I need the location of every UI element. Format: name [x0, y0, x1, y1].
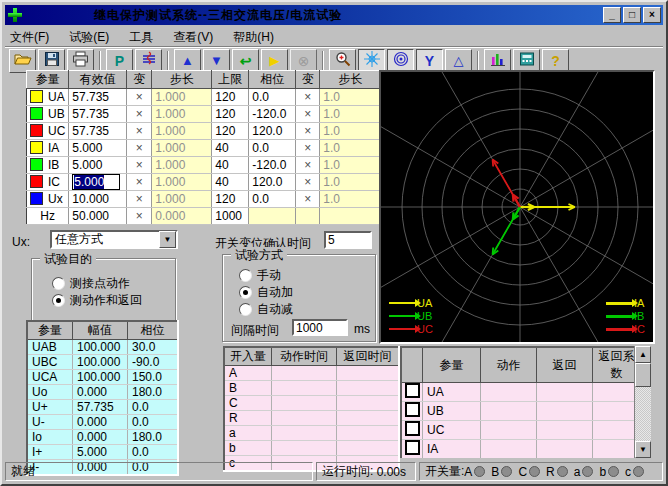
- limit-cell[interactable]: 40: [212, 140, 249, 157]
- radio-icon[interactable]: [239, 286, 252, 299]
- phase-vary-toggle-cell[interactable]: ×: [296, 174, 320, 191]
- radio-icon[interactable]: [239, 269, 252, 282]
- value-cell[interactable]: 5.000: [69, 157, 127, 174]
- vary-toggle-cell[interactable]: ×: [127, 191, 152, 208]
- checkbox-icon[interactable]: [405, 383, 420, 398]
- radio-icon[interactable]: [52, 294, 65, 307]
- toolbar-separator: [477, 51, 479, 71]
- stop-test-button[interactable]: ⊗: [290, 49, 317, 73]
- value-cell[interactable]: 10.000: [69, 191, 127, 208]
- limit-cell[interactable]: 120: [212, 89, 249, 106]
- radio-手动[interactable]: 手动: [239, 267, 281, 284]
- polar-view-button[interactable]: [387, 49, 414, 73]
- zoom-button[interactable]: [329, 49, 356, 73]
- vary-toggle-cell[interactable]: ×: [127, 89, 152, 106]
- radio-测接点动作[interactable]: 测接点动作: [52, 275, 130, 292]
- radio-icon[interactable]: [239, 303, 252, 316]
- param-label-cell: Ux: [27, 191, 69, 208]
- value-editbox[interactable]: 5.000: [72, 174, 120, 190]
- checkbox-icon[interactable]: [405, 440, 420, 455]
- crosshair-icon: [364, 51, 380, 70]
- chevron-down-icon[interactable]: ▼: [159, 231, 176, 248]
- limit-cell[interactable]: 120: [212, 123, 249, 140]
- maximize-button[interactable]: □: [623, 7, 641, 23]
- phase-vary-toggle-cell[interactable]: ×: [296, 123, 320, 140]
- phase-cell[interactable]: 0.0: [249, 140, 296, 157]
- vary-toggle-cell[interactable]: ×: [127, 208, 152, 225]
- limit-cell[interactable]: 1000: [212, 208, 249, 225]
- switch-label-a: a: [574, 465, 581, 479]
- input-channel-cell: B: [224, 381, 272, 396]
- phase-vary-toggle-cell[interactable]: ×: [296, 140, 320, 157]
- radio-测动作和返回[interactable]: 测动作和返回: [52, 292, 142, 309]
- harmonic-button[interactable]: [135, 49, 162, 73]
- menu-file[interactable]: 文件(F): [10, 29, 49, 46]
- step-up-button[interactable]: ▲: [174, 49, 201, 73]
- vary-toggle-cell[interactable]: ×: [127, 174, 152, 191]
- phase-vary-toggle-cell[interactable]: ×: [296, 89, 320, 106]
- help-button[interactable]: ?: [542, 49, 569, 73]
- menu-tools[interactable]: 工具: [129, 29, 153, 46]
- p-output-button[interactable]: P: [106, 49, 133, 73]
- vary-toggle-cell[interactable]: ×: [127, 106, 152, 123]
- vary-toggle-cell[interactable]: ×: [127, 157, 152, 174]
- ux-mode-select[interactable]: 任意方式 ▼: [50, 230, 178, 249]
- interval-input[interactable]: [292, 319, 348, 336]
- switch-confirm-input[interactable]: [324, 231, 372, 249]
- save-button[interactable]: [38, 49, 65, 73]
- phase-cell[interactable]: [249, 208, 296, 225]
- scroll-down-icon[interactable]: ▼: [635, 441, 651, 458]
- radio-icon[interactable]: [52, 277, 65, 290]
- crosshair-view-button[interactable]: [358, 49, 385, 73]
- open-button[interactable]: [9, 49, 36, 73]
- scroll-track[interactable]: [635, 387, 651, 441]
- value-cell[interactable]: 57.735: [69, 89, 127, 106]
- phase-vary-toggle-cell[interactable]: ×: [296, 157, 320, 174]
- scroll-thumb[interactable]: [635, 363, 651, 387]
- phase-cell[interactable]: -120.0: [249, 106, 296, 123]
- derived-cell: 180.0: [128, 385, 179, 400]
- phase-cell[interactable]: -120.0: [249, 157, 296, 174]
- step-cell: 1.000: [152, 106, 212, 123]
- value-cell[interactable]: 50.000: [69, 208, 127, 225]
- checkbox-icon[interactable]: [405, 402, 420, 417]
- radio-自动加[interactable]: 自动加: [239, 284, 293, 301]
- limit-cell[interactable]: 120: [212, 191, 249, 208]
- derived-cell: Uo: [27, 385, 73, 400]
- value-cell[interactable]: 5.000: [69, 174, 127, 191]
- value-cell[interactable]: 57.735: [69, 123, 127, 140]
- menu-help[interactable]: 帮助(H): [233, 29, 274, 46]
- phase-cell[interactable]: 0.0: [249, 89, 296, 106]
- vary-toggle-cell[interactable]: ×: [127, 140, 152, 157]
- limit-cell[interactable]: 40: [212, 157, 249, 174]
- limit-cell[interactable]: 120: [212, 106, 249, 123]
- phase-cell[interactable]: 0.0: [249, 191, 296, 208]
- close-button[interactable]: ×: [643, 7, 661, 23]
- phase-cell[interactable]: 120.0: [249, 123, 296, 140]
- phase-vary-toggle-cell[interactable]: ×: [296, 191, 320, 208]
- interval-label: 间隔时间: [231, 322, 279, 339]
- phase-vary-toggle-cell[interactable]: [296, 208, 320, 225]
- value-cell[interactable]: 5.000: [69, 140, 127, 157]
- checkbox-icon[interactable]: [405, 421, 420, 436]
- ux-mode-value: 任意方式: [52, 231, 159, 248]
- menu-test[interactable]: 试验(E): [69, 29, 109, 46]
- start-test-button[interactable]: ▶: [261, 49, 288, 73]
- radio-自动减[interactable]: 自动减: [239, 301, 293, 318]
- reset-button[interactable]: ↩: [232, 49, 259, 73]
- value-cell[interactable]: 57.735: [69, 106, 127, 123]
- step-down-button[interactable]: ▼: [203, 49, 230, 73]
- result-param-cell: UC: [423, 421, 481, 440]
- minimize-button[interactable]: _: [603, 7, 621, 23]
- wye-connection-button[interactable]: Y: [416, 49, 443, 73]
- delta-connection-button[interactable]: △: [445, 49, 472, 73]
- vary-toggle-cell[interactable]: ×: [127, 123, 152, 140]
- calculator-button[interactable]: [513, 49, 540, 73]
- limit-cell[interactable]: 40: [212, 174, 249, 191]
- phase-vary-toggle-cell[interactable]: ×: [296, 106, 320, 123]
- waveform-button[interactable]: [484, 49, 511, 73]
- scroll-up-icon[interactable]: ▲: [635, 346, 651, 363]
- menu-view[interactable]: 查看(V): [173, 29, 213, 46]
- print-button[interactable]: [67, 49, 94, 73]
- phase-cell[interactable]: 120.0: [249, 174, 296, 191]
